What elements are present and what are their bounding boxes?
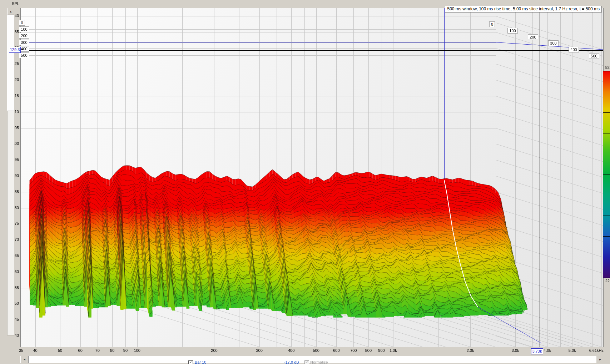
time-tick-label-left: 200: [19, 33, 29, 39]
x-tick-label: 70: [95, 348, 100, 353]
x-tick-label: 4.0k: [544, 348, 551, 353]
x-tick-label: 80: [110, 348, 114, 353]
x-tick-label: 400: [288, 348, 294, 353]
scroll-right-arrow-icon: ►: [599, 358, 602, 361]
time-tick-label-left: 0: [19, 20, 25, 26]
x-tick-label: 300: [256, 348, 262, 353]
x-tick-label: 800: [365, 348, 372, 353]
measurement-checkbox[interactable]: ✓: [188, 360, 193, 364]
waterfall-plot-canvas[interactable]: [0, 0, 610, 364]
time-tick-label-left: 500: [19, 52, 29, 58]
x-tick-label: 3.0k: [512, 348, 519, 353]
scroll-right-button[interactable]: ►: [596, 356, 604, 363]
time-tick-label-right: 100: [507, 28, 518, 34]
y-axis-title: SPL: [12, 1, 19, 6]
x-tick-label: 50: [58, 348, 62, 353]
time-tick-label-left: 100: [19, 26, 29, 32]
freq-cursor-readout: 3.73k: [531, 348, 543, 354]
time-tick-label-right: 300: [548, 40, 559, 46]
x-tick-label: 900: [378, 348, 385, 353]
x-tick-label: 100: [134, 348, 140, 353]
x-tick-label: 600: [333, 348, 339, 353]
legend-strip: ✓ Bar 10 -17.0 dB ✓ Normalise: [168, 360, 490, 364]
measurement-name-label[interactable]: Bar 10: [195, 360, 206, 364]
scroll-up-arrow-icon: ▲: [9, 10, 12, 13]
time-tick-label-right: 0: [489, 21, 495, 27]
x-tick-label: 6.61kHz: [589, 348, 604, 353]
x-tick-label: 1.0k: [390, 348, 397, 353]
time-tick-label-right: 400: [569, 47, 579, 52]
time-tick-label-right: 200: [528, 34, 538, 40]
x-tick-label: 500: [313, 348, 319, 353]
waterfall-window: SPL 500 ms window, 100 ms rise time, 5.0…: [0, 0, 610, 364]
x-tick-label: 40: [33, 348, 37, 353]
plot-settings-title: 500 ms window, 100 ms rise time, 5.00 ms…: [445, 6, 602, 12]
x-tick-label: 35: [19, 348, 23, 353]
x-tick-label: 90: [123, 348, 128, 353]
scroll-left-button[interactable]: ◄: [20, 356, 29, 363]
scroll-left-arrow-icon: ◄: [23, 358, 26, 361]
vertical-scrollbar-thumb[interactable]: [7, 15, 14, 111]
normalise-label: Normalise: [310, 360, 328, 364]
x-tick-label: 200: [211, 348, 217, 353]
x-tick-label: 2.0k: [467, 348, 474, 353]
colorbar-min-label: 22: [600, 279, 610, 283]
time-tick-label-left: 300: [19, 40, 29, 45]
colorbar-max-label: 82: [600, 65, 610, 70]
x-tick-label: 60: [78, 348, 83, 353]
time-tick-label-right: 500: [589, 53, 599, 59]
scrollbar-corner: [604, 356, 610, 363]
measurement-level-label: -17.0 dB: [284, 360, 299, 364]
spl-cursor-readout: 129.3: [9, 47, 21, 53]
x-tick-label: 700: [350, 348, 357, 353]
x-tick-label: 5.0k: [569, 348, 576, 353]
normalise-checkbox[interactable]: ✓: [304, 360, 309, 364]
scroll-up-button[interactable]: ▲: [7, 8, 14, 15]
